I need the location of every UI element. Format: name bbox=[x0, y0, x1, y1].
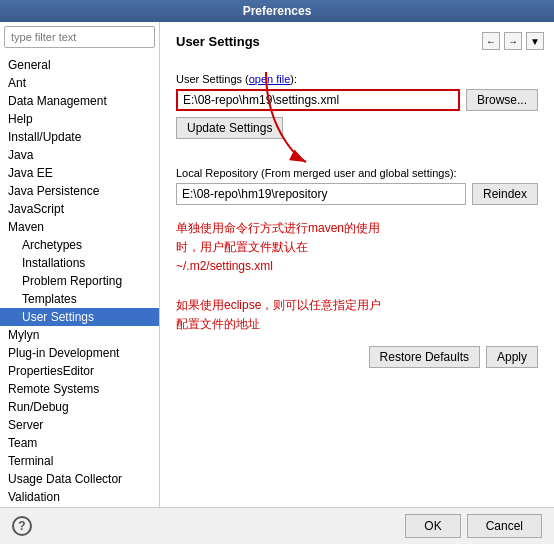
local-repo-input[interactable] bbox=[176, 183, 466, 205]
sidebar-item-java-ee[interactable]: Java EE bbox=[0, 164, 159, 182]
apply-button[interactable]: Apply bbox=[486, 346, 538, 368]
browse-button[interactable]: Browse... bbox=[466, 89, 538, 111]
content-title: User Settings bbox=[176, 34, 260, 49]
annotation-line3: ~/.m2/settings.xml bbox=[176, 257, 381, 276]
title-bar: Preferences bbox=[0, 0, 554, 22]
cancel-button[interactable]: Cancel bbox=[467, 514, 542, 538]
sidebar-item-usage-data-collector[interactable]: Usage Data Collector bbox=[0, 470, 159, 488]
sidebar-item-user-settings[interactable]: User Settings bbox=[0, 308, 159, 326]
forward-icon[interactable]: → bbox=[504, 32, 522, 50]
sidebar-item-run/debug[interactable]: Run/Debug bbox=[0, 398, 159, 416]
sidebar-item-install/update[interactable]: Install/Update bbox=[0, 128, 159, 146]
annotation-line2: 时，用户配置文件默认在 bbox=[176, 238, 381, 257]
title-label: Preferences bbox=[243, 4, 312, 18]
annotation-line1: 单独使用命令行方式进行maven的使用 bbox=[176, 219, 381, 238]
sidebar-item-templates[interactable]: Templates bbox=[0, 290, 159, 308]
sidebar-item-installations[interactable]: Installations bbox=[0, 254, 159, 272]
sidebar-item-team[interactable]: Team bbox=[0, 434, 159, 452]
annotation-line5: 配置文件的地址 bbox=[176, 315, 381, 334]
sidebar-item-archetypes[interactable]: Archetypes bbox=[0, 236, 159, 254]
sidebar-item-remote-systems[interactable]: Remote Systems bbox=[0, 380, 159, 398]
reindex-button[interactable]: Reindex bbox=[472, 183, 538, 205]
sidebar: GeneralAntData ManagementHelpInstall/Upd… bbox=[0, 22, 160, 507]
sidebar-item-general[interactable]: General bbox=[0, 56, 159, 74]
sidebar-item-validation[interactable]: Validation bbox=[0, 488, 159, 506]
sidebar-item-server[interactable]: Server bbox=[0, 416, 159, 434]
sidebar-item-help[interactable]: Help bbox=[0, 110, 159, 128]
annotation-block: 单独使用命令行方式进行maven的使用 时，用户配置文件默认在 ~/.m2/se… bbox=[176, 219, 381, 334]
sidebar-item-java-persistence[interactable]: Java Persistence bbox=[0, 182, 159, 200]
menu-icon[interactable]: ▼ bbox=[526, 32, 544, 50]
sidebar-item-plug-in-development[interactable]: Plug-in Development bbox=[0, 344, 159, 362]
restore-defaults-button[interactable]: Restore Defaults bbox=[369, 346, 480, 368]
sidebar-item-mylyn[interactable]: Mylyn bbox=[0, 326, 159, 344]
back-icon[interactable]: ← bbox=[482, 32, 500, 50]
sidebar-item-problem-reporting[interactable]: Problem Reporting bbox=[0, 272, 159, 290]
sidebar-item-javascript[interactable]: JavaScript bbox=[0, 200, 159, 218]
sidebar-item-java[interactable]: Java bbox=[0, 146, 159, 164]
annotation-line4: 如果使用eclipse，则可以任意指定用户 bbox=[176, 296, 381, 315]
sidebar-item-propertieseditor[interactable]: PropertiesEditor bbox=[0, 362, 159, 380]
sidebar-item-terminal[interactable]: Terminal bbox=[0, 452, 159, 470]
filter-input[interactable] bbox=[4, 26, 155, 48]
bottom-bar: ? OK Cancel bbox=[0, 507, 554, 544]
content-area: User Settings ← → ▼ User Settings (open … bbox=[160, 22, 554, 507]
ok-button[interactable]: OK bbox=[405, 514, 460, 538]
sidebar-item-ant[interactable]: Ant bbox=[0, 74, 159, 92]
sidebar-item-maven[interactable]: Maven bbox=[0, 218, 159, 236]
arrow-annotation bbox=[206, 72, 326, 172]
help-button[interactable]: ? bbox=[12, 516, 32, 536]
sidebar-item-data-management[interactable]: Data Management bbox=[0, 92, 159, 110]
toolbar-icons: ← → ▼ bbox=[482, 32, 544, 50]
